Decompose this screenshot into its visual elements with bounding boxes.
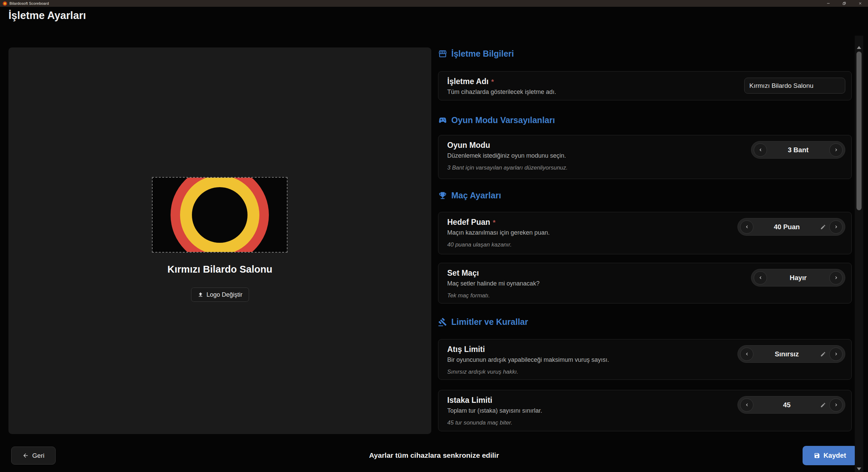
edit-icon[interactable] [820, 402, 826, 408]
shot-limit-next-button[interactable] [829, 348, 843, 361]
edit-icon[interactable] [820, 224, 826, 230]
restore-icon [842, 1, 846, 5]
scroll-up-arrow-icon[interactable] [857, 46, 861, 49]
gamepad-icon [438, 116, 447, 125]
chevron-right-icon [833, 147, 839, 153]
required-asterisk: * [493, 219, 496, 226]
shot-limit-prev-button[interactable] [740, 348, 753, 361]
trophy-icon [438, 191, 447, 200]
section-match-label: Maç Ayarları [451, 191, 501, 200]
storefront-icon [438, 49, 447, 58]
game-mode-row: Oyun Modu Düzenlemek istediğiniz oyun mo… [438, 135, 852, 179]
target-score-row: Hedef Puan* Maçın kazanılması için gerek… [438, 212, 852, 254]
set-match-value: Hayır [767, 274, 829, 282]
window-title: Bilardosoft Scoreboard [9, 1, 49, 5]
section-business-info-label: İşletme Bilgileri [451, 49, 514, 59]
close-button[interactable] [852, 0, 868, 7]
app-logo-icon [3, 1, 7, 6]
change-logo-label: Logo Değiştir [206, 291, 242, 298]
save-button[interactable]: Kaydet [803, 446, 857, 465]
game-mode-value: 3 Bant [767, 146, 829, 154]
section-game-mode-label: Oyun Modu Varsayılanları [451, 115, 555, 125]
target-score-prev-button[interactable] [740, 220, 753, 234]
shot-limit-value: Sınırsız [753, 350, 820, 358]
minimize-icon [826, 1, 830, 5]
save-button-label: Kaydet [824, 452, 846, 459]
set-match-hint: Tek maç formatı. [447, 292, 843, 299]
close-icon [858, 1, 862, 5]
chevron-left-icon [758, 275, 763, 280]
logo-preview[interactable] [152, 177, 288, 253]
chevron-left-icon [758, 147, 763, 153]
target-score-value: 40 Puan [753, 223, 820, 231]
sync-note: Ayarlar tüm cihazlara senkronize edilir [0, 451, 868, 459]
chevron-left-icon [744, 402, 750, 408]
set-match-row: Set Maçı Maç setler halinde mi oynanacak… [438, 263, 852, 303]
logo-panel: Kırmızı Bilardo Salonu Logo Değiştir [8, 47, 431, 434]
app-window: Bilardosoft Scoreboard İşletme Ayarları … [0, 0, 868, 472]
section-match: Maç Ayarları [438, 191, 501, 200]
cue-limit-stepper: 45 [737, 396, 845, 414]
set-match-prev-button[interactable] [754, 271, 767, 284]
section-business-info: İşletme Bilgileri [438, 49, 514, 59]
edit-icon[interactable] [820, 351, 826, 357]
save-icon [814, 452, 820, 459]
section-game-mode: Oyun Modu Varsayılanları [438, 115, 555, 125]
target-score-hint: 40 puana ulaşan kazanır. [447, 241, 843, 248]
scrollbar-thumb[interactable] [856, 52, 862, 210]
chevron-right-icon [833, 402, 839, 408]
target-score-stepper: 40 Puan [737, 218, 845, 236]
cue-limit-prev-button[interactable] [740, 398, 753, 412]
required-asterisk: * [491, 78, 494, 85]
upload-icon [197, 292, 203, 298]
shot-limit-hint: Sınırsız ardışık vuruş hakkı. [447, 369, 843, 375]
game-mode-stepper: 3 Bant [751, 141, 845, 159]
cue-limit-value: 45 [753, 401, 820, 409]
shot-limit-stepper: Sınırsız [737, 345, 845, 363]
cue-limit-row: Istaka Limiti Toplam tur (ıstaka) sayısı… [438, 390, 852, 431]
shot-limit-row: Atış Limiti Bir oyuncunun ardışık yapabi… [438, 339, 852, 380]
set-match-next-button[interactable] [829, 271, 843, 284]
cue-limit-next-button[interactable] [829, 398, 843, 412]
business-name-input[interactable] [744, 78, 845, 94]
logo-center-circle [192, 187, 248, 243]
section-limits: Limitler ve Kurallar [438, 317, 528, 327]
scroll-down-arrow-icon[interactable] [857, 467, 861, 471]
minimize-button[interactable] [820, 0, 836, 7]
business-name-row: İşletme Adı* Tüm cihazlarda gösterilecek… [438, 71, 852, 100]
chevron-left-icon [744, 224, 750, 230]
chevron-right-icon [833, 224, 839, 230]
chevron-left-icon [744, 351, 750, 357]
set-match-stepper: Hayır [751, 269, 845, 287]
target-score-next-button[interactable] [829, 220, 843, 234]
gavel-icon [438, 317, 447, 327]
game-mode-hint: 3 Bant için varsayılan ayarları düzenliy… [447, 164, 843, 171]
page-title: İşletme Ayarları [8, 9, 86, 22]
business-name-label: Kırmızı Bilardo Salonu [8, 264, 431, 275]
section-limits-label: Limitler ve Kurallar [451, 317, 528, 327]
restore-button[interactable] [836, 0, 852, 7]
chevron-right-icon [833, 351, 839, 357]
game-mode-next-button[interactable] [829, 143, 843, 157]
title-bar: Bilardosoft Scoreboard [0, 0, 868, 7]
cue-limit-hint: 45 tur sonunda maç biter. [447, 419, 843, 426]
change-logo-button[interactable]: Logo Değiştir [191, 288, 249, 302]
chevron-right-icon [833, 275, 839, 280]
game-mode-prev-button[interactable] [754, 143, 767, 157]
